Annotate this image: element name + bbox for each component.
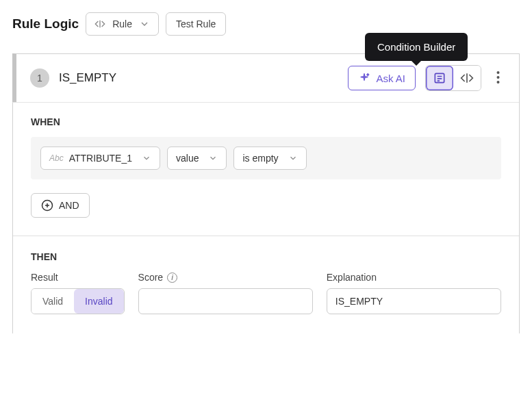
- then-label: THEN: [31, 251, 501, 262]
- chevron-down-icon: [139, 18, 150, 29]
- svg-point-8: [497, 81, 500, 84]
- condition-builder-button[interactable]: [426, 66, 453, 90]
- kebab-menu-icon: [496, 71, 500, 84]
- abc-type-icon: Abc: [49, 153, 64, 163]
- rule-name: IS_EMPTY: [59, 71, 338, 85]
- explanation-label: Explanation: [327, 272, 501, 283]
- chevron-down-icon: [288, 153, 298, 163]
- ask-ai-label: Ask AI: [376, 73, 405, 84]
- and-label: AND: [59, 200, 79, 211]
- code-icon: [460, 71, 474, 85]
- rule-number-badge: 1: [30, 68, 49, 88]
- plus-circle-icon: [41, 199, 53, 212]
- chevron-down-icon: [142, 153, 151, 163]
- rule-logic-label: Rule Logic: [12, 16, 79, 31]
- score-label: Score: [138, 272, 164, 283]
- divider: [13, 236, 519, 236]
- builder-icon: [433, 71, 446, 85]
- info-icon[interactable]: i: [167, 272, 177, 283]
- code-icon: [94, 18, 105, 29]
- sparkle-icon: [358, 72, 370, 84]
- result-label: Result: [31, 272, 125, 283]
- rule-dropdown-label: Rule: [112, 18, 132, 29]
- test-rule-button[interactable]: Test Rule: [166, 12, 226, 36]
- explanation-input[interactable]: [327, 288, 501, 314]
- value-type-select[interactable]: value: [167, 147, 227, 170]
- result-toggle: Valid Invalid: [31, 288, 125, 314]
- code-view-button[interactable]: [453, 66, 481, 90]
- svg-point-6: [497, 71, 500, 74]
- chevron-down-icon: [208, 153, 218, 163]
- rule-card: 1 IS_EMPTY Ask AI WHEN Ab: [12, 53, 520, 333]
- operator-label: is empty: [242, 153, 278, 164]
- rule-menu-button[interactable]: [491, 68, 505, 88]
- score-label-wrap: Score i: [138, 272, 313, 283]
- operator-select[interactable]: is empty: [233, 147, 306, 170]
- attribute-value: ATTRIBUTE_1: [69, 153, 132, 164]
- condition-builder-tooltip: Condition Builder: [365, 33, 468, 61]
- when-conditions: Abc ATTRIBUTE_1 value is empty: [31, 137, 501, 179]
- svg-point-7: [497, 76, 500, 79]
- add-and-button[interactable]: AND: [31, 193, 90, 218]
- ask-ai-button[interactable]: Ask AI: [348, 66, 416, 90]
- rule-dropdown[interactable]: Rule: [86, 12, 159, 36]
- valid-option[interactable]: Valid: [31, 289, 74, 314]
- value-type-label: value: [176, 153, 199, 164]
- when-label: WHEN: [31, 116, 501, 127]
- invalid-option[interactable]: Invalid: [74, 289, 123, 314]
- attribute-select[interactable]: Abc ATTRIBUTE_1: [40, 147, 160, 170]
- score-input[interactable]: [138, 288, 313, 314]
